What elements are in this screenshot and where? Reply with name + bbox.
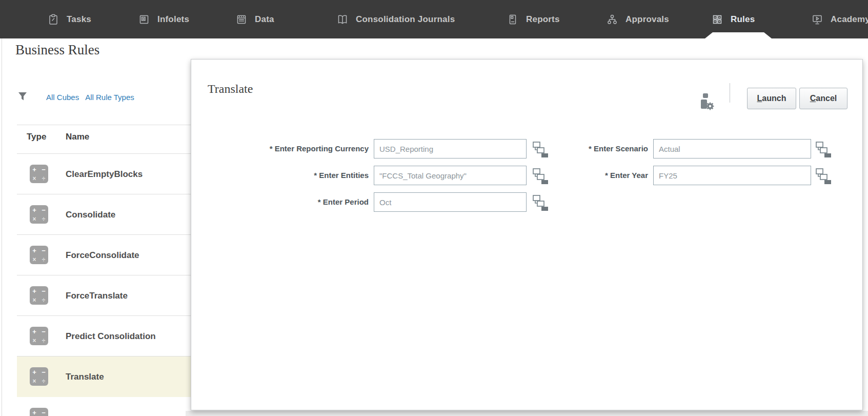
- rule-name: Translate: [66, 372, 104, 382]
- entities-input[interactable]: [374, 166, 527, 185]
- consolidation-journals-icon: [337, 14, 348, 25]
- launch-button[interactable]: Launch: [747, 88, 796, 109]
- member-selector-icon[interactable]: [532, 193, 549, 211]
- year-input[interactable]: [653, 166, 811, 185]
- calculation-icon: +−×÷: [30, 408, 48, 416]
- rule-name: ForceConsolidate: [66, 250, 139, 261]
- academy-icon: [812, 14, 823, 25]
- nav-item-label: Rules: [731, 14, 755, 25]
- calculation-icon: +−×÷: [30, 327, 48, 345]
- nav-item-approvals[interactable]: Approvals: [607, 0, 669, 38]
- cancel-button-label: Cancel: [809, 94, 838, 103]
- launch-variables-person-icon[interactable]: [699, 92, 715, 111]
- cancel-button[interactable]: Cancel: [799, 88, 847, 109]
- rule-name: ForceTranslate: [66, 291, 128, 301]
- table-divider: [17, 125, 191, 125]
- nav-item-academy[interactable]: Academy: [812, 0, 868, 38]
- nav-item-label: Consolidation Journals: [356, 14, 455, 25]
- reports-icon: [507, 14, 518, 25]
- nav-item-label: Infolets: [157, 14, 189, 25]
- period-label: * Enter Period: [191, 197, 369, 206]
- rule-name: ClearEmptyBlocks: [66, 169, 143, 180]
- approvals-icon: [607, 14, 618, 25]
- calculation-icon: +−×÷: [30, 165, 48, 183]
- reporting-currency-label: * Enter Reporting Currency: [191, 144, 369, 153]
- table-row-predict-consolidation[interactable]: +−×÷ Predict Consolidation: [17, 316, 191, 356]
- filter-all-cubes-link[interactable]: All Cubes: [46, 93, 79, 102]
- rule-name: Predict Consolidation: [66, 331, 156, 342]
- scenario-label: * Enter Scenario: [515, 144, 648, 153]
- data-icon: [236, 14, 247, 25]
- year-label: * Enter Year: [515, 171, 648, 180]
- nav-item-label: Approvals: [625, 14, 669, 25]
- nav-item-label: Tasks: [67, 14, 91, 25]
- entities-label: * Enter Entities: [191, 171, 369, 180]
- table-row-translate-selected[interactable]: +−×÷ Translate: [17, 356, 191, 397]
- column-header-type: Type: [27, 132, 46, 142]
- nav-item-label: Data: [255, 14, 274, 25]
- page-title: Business Rules: [15, 42, 99, 58]
- launch-button-label: Launch: [757, 94, 786, 103]
- infolets-icon: [138, 14, 150, 25]
- member-selector-icon[interactable]: [815, 140, 832, 157]
- filter-bar: All Cubes All Rule Types: [46, 93, 134, 102]
- app-screen: Tasks Infolets Data Consolidation Journa…: [0, 0, 868, 416]
- active-tab-indicator: [705, 32, 772, 38]
- dialog-shadow: [186, 411, 868, 416]
- nav-item-reports[interactable]: Reports: [507, 0, 560, 38]
- filter-funnel-icon[interactable]: [17, 91, 28, 102]
- top-navbar: Tasks Infolets Data Consolidation Journa…: [0, 0, 868, 38]
- tasks-icon: [48, 14, 59, 25]
- table-row-partial[interactable]: +−×÷: [17, 397, 191, 416]
- toolbar-divider: [730, 83, 730, 103]
- filter-all-rule-types-link[interactable]: All Rule Types: [85, 93, 134, 102]
- member-selector-icon[interactable]: [815, 167, 832, 184]
- scenario-input[interactable]: [653, 139, 811, 159]
- rule-name: Consolidate: [66, 210, 115, 220]
- calculation-icon: +−×÷: [30, 246, 48, 264]
- dialog-title: Translate: [208, 82, 253, 96]
- calculation-icon: +−×÷: [30, 286, 48, 305]
- table-row-forcetranslate[interactable]: +−×÷ ForceTranslate: [17, 275, 191, 316]
- nav-item-tasks[interactable]: Tasks: [48, 0, 91, 38]
- nav-item-label: Reports: [526, 14, 560, 25]
- calculation-icon: +−×÷: [30, 367, 48, 386]
- reporting-currency-input[interactable]: [374, 139, 527, 159]
- table-row-forceconsolidate[interactable]: +−×÷ ForceConsolidate: [17, 235, 191, 275]
- period-input[interactable]: [374, 192, 527, 212]
- column-header-name: Name: [66, 132, 89, 142]
- calculation-icon: +−×÷: [30, 205, 48, 224]
- window-edge-line: [2, 38, 2, 416]
- rules-icon: [712, 14, 723, 25]
- nav-item-label: Academy: [831, 14, 868, 25]
- nav-item-consolidation-journals[interactable]: Consolidation Journals: [337, 0, 455, 38]
- table-row-clearemptyblocks[interactable]: +−×÷ ClearEmptyBlocks: [17, 154, 191, 194]
- nav-item-data[interactable]: Data: [236, 0, 274, 38]
- table-row-consolidate[interactable]: +−×÷ Consolidate: [17, 194, 191, 235]
- translate-dialog: Translate Launch Cancel * Enter Reportin…: [191, 59, 863, 410]
- nav-item-infolets[interactable]: Infolets: [138, 0, 189, 38]
